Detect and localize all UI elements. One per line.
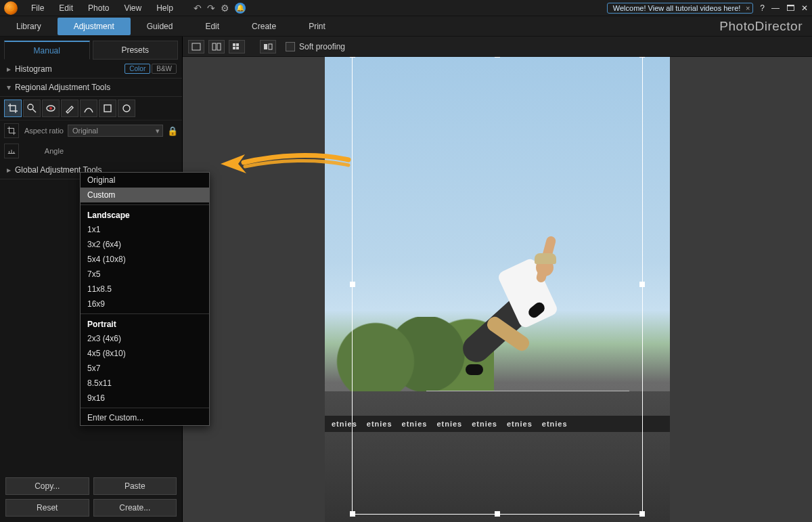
dropdown-item-5x4[interactable]: 5x4 (10x8) [81,252,209,267]
section-histogram-label: Histogram [15,64,52,74]
soft-proofing-checkbox[interactable] [286,42,295,51]
ramp-banner: etniesetniesetniesetniesetniesetniesetni… [325,416,670,432]
soft-proofing-label: Soft proofing [299,42,345,51]
brush-tool-icon[interactable] [61,100,78,117]
welcome-banner-text: Welcome! View all tutorial videos here! [613,4,741,12]
radial-mask-icon[interactable] [118,100,135,117]
subtab-manual[interactable]: Manual [4,41,90,60]
window-controls: ? — 🗖 ✕ [760,3,808,13]
menubar: File Edit Photo View Help ↶ ↷ ⚙ 🔔 Welcom… [0,0,812,16]
section-histogram[interactable]: ▸ Histogram Color B&W [0,60,182,79]
dropdown-item-enter-custom[interactable]: Enter Custom... [81,410,209,425]
tab-print[interactable]: Print [292,18,342,35]
section-regional[interactable]: ▾ Regional Adjustment Tools [0,79,182,97]
create-button[interactable]: Create... [93,499,177,517]
left-panel: Manual Presets ▸ Histogram Color B&W ▾ R… [0,37,183,522]
toolbar-quick-icons: ↶ ↷ ⚙ 🔔 [194,3,246,14]
crop-handle[interactable] [639,282,645,287]
svg-rect-5 [192,43,200,50]
regional-tool-row [0,97,182,121]
spot-removal-tool-icon[interactable] [23,100,41,117]
view-single-icon[interactable] [188,40,204,53]
menu-file[interactable]: File [24,2,51,14]
aspect-ratio-combo[interactable]: Original [68,125,163,137]
crop-handle[interactable] [495,57,500,58]
dropdown-item-original[interactable]: Original [81,173,209,188]
pill-color[interactable]: Color [125,64,150,74]
redeye-tool-icon[interactable] [42,100,60,117]
subtab-presets[interactable]: Presets [93,41,179,60]
dropdown-item-9x16[interactable]: 9x16 [81,391,209,406]
help-icon[interactable]: ? [760,3,765,13]
menu-view[interactable]: View [117,2,148,14]
aspect-ratio-dropdown: Original Custom Landscape 1x1 3x2 (6x4) … [80,172,210,426]
undo-icon[interactable]: ↶ [194,3,202,14]
svg-point-0 [28,104,33,110]
tab-library[interactable]: Library [0,18,58,35]
dropdown-item-16x9[interactable]: 16x9 [81,297,209,311]
viewport[interactable]: etniesetniesetniesetniesetniesetniesetni… [183,57,812,522]
gradient-tool-icon[interactable] [80,100,97,117]
dropdown-item-4x5[interactable]: 4x5 (8x10) [81,346,209,361]
chevron-down-icon: ▾ [5,83,12,92]
paste-button[interactable]: Paste [93,477,177,495]
menu-help[interactable]: Help [150,2,180,14]
svg-rect-8 [233,43,235,46]
dropdown-header-portrait: Portrait [81,316,209,331]
dropdown-item-3x2[interactable]: 3x2 (6x4) [81,237,209,252]
svg-rect-9 [236,43,239,46]
tab-adjustment[interactable]: Adjustment [58,18,131,35]
rectangle-mask-icon[interactable] [99,100,116,117]
svg-rect-11 [236,47,239,49]
crop-handle[interactable] [350,282,355,287]
crop-icon [4,123,19,138]
tab-guided[interactable]: Guided [131,18,189,35]
dropdown-item-custom[interactable]: Custom [81,188,209,202]
view-sidebyside-icon[interactable] [208,40,225,53]
app-name: PhotoDirector [719,19,803,34]
close-window-icon[interactable]: ✕ [801,3,808,13]
view-grid-icon[interactable] [229,40,245,53]
welcome-banner[interactable]: Welcome! View all tutorial videos here! … [607,3,754,14]
mode-tabs: Library Adjustment Guided Edit Create Pr… [0,16,812,37]
tab-edit[interactable]: Edit [189,18,235,35]
svg-rect-12 [264,44,267,49]
dropdown-item-11x85[interactable]: 11x8.5 [81,282,209,297]
lock-icon[interactable]: 🔒 [167,126,178,136]
dropdown-item-85x11[interactable]: 8.5x11 [81,376,209,391]
svg-rect-13 [269,44,272,49]
svg-rect-6 [212,43,216,50]
svg-rect-3 [104,105,111,112]
angle-label: Angle [23,147,64,155]
pill-bw[interactable]: B&W [152,64,177,74]
app-logo-icon [4,1,18,15]
svg-rect-10 [233,47,235,49]
redo-icon[interactable]: ↷ [207,3,215,14]
dropdown-item-5x7[interactable]: 5x7 [81,361,209,376]
section-regional-label: Regional Adjustment Tools [15,83,110,92]
menu-edit[interactable]: Edit [52,2,80,14]
svg-point-4 [123,105,130,112]
maximize-icon[interactable]: 🗖 [786,3,794,13]
dropdown-item-1x1[interactable]: 1x1 [81,222,209,237]
settings-gear-icon[interactable]: ⚙ [221,3,229,14]
dropdown-item-2x3[interactable]: 2x3 (4x6) [81,331,209,346]
menu-photo[interactable]: Photo [81,2,116,14]
svg-rect-7 [217,43,221,50]
photo-preview: etniesetniesetniesetniesetniesetniesetni… [325,57,670,522]
chevron-right-icon: ▸ [5,64,12,74]
canvas-toolbar: Soft proofing [183,37,812,57]
copy-button[interactable]: Copy... [5,477,89,495]
close-icon[interactable]: × [746,4,750,12]
reset-button[interactable]: Reset [5,499,89,517]
aspect-ratio-label: Aspect ratio [23,127,64,135]
crop-handle[interactable] [350,57,355,58]
notification-bell-icon[interactable]: 🔔 [235,3,246,14]
view-compare-icon[interactable] [260,40,276,53]
straighten-icon [4,144,19,158]
crop-handle[interactable] [639,57,645,58]
dropdown-item-7x5[interactable]: 7x5 [81,267,209,282]
crop-tool-icon[interactable] [4,100,22,117]
tab-create[interactable]: Create [235,18,292,35]
minimize-icon[interactable]: — [771,3,780,13]
